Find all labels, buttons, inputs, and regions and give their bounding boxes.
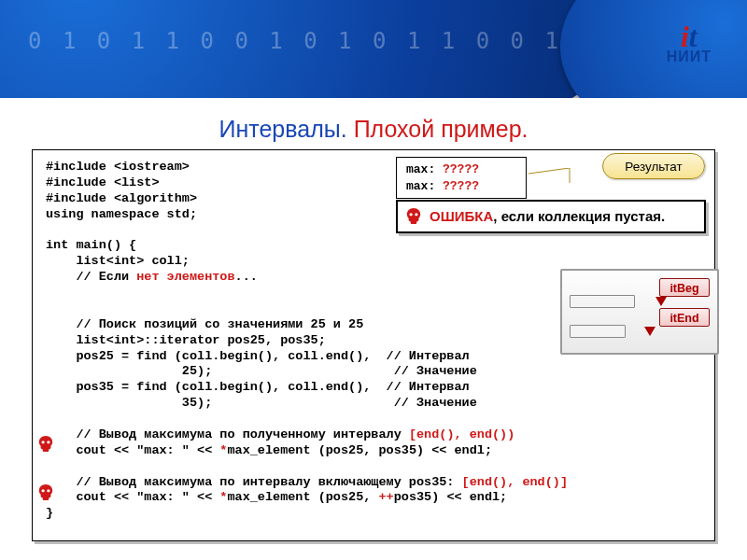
- result-callout: Результат: [602, 153, 705, 179]
- iter-pointer-beg: [655, 297, 667, 306]
- skull-icon: [37, 483, 54, 502]
- callout-pointer: [529, 168, 605, 185]
- iterator-diagram: itBeg itEnd: [560, 269, 719, 355]
- banner-binary-bg: 0 1 0 1 1 0 0 1 0 1 0 1 1 0 0 1 0 0 1: [0, 0, 616, 98]
- iter-label-beg: itBeg: [659, 278, 710, 297]
- top-banner: 0 1 0 1 1 0 0 1 0 1 0 1 1 0 0 1 0 0 1: [0, 0, 747, 98]
- result-output-box: max: ????? max: ?????: [396, 157, 527, 199]
- iter-pointer-end: [644, 327, 655, 336]
- logo-niit: НИИТ: [667, 49, 712, 65]
- skull-icon: [405, 207, 422, 226]
- title-part2: Плохой пример.: [354, 116, 529, 142]
- skull-icon: [37, 435, 54, 454]
- iter-mini-box-1: [570, 295, 635, 308]
- iter-mini-box-2: [570, 325, 626, 338]
- error-text: ОШИБКА, если коллекция пустая.: [430, 207, 665, 226]
- error-box: ОШИБКА, если коллекция пустая.: [396, 200, 706, 233]
- title-dot: .: [341, 116, 354, 142]
- logo-it: it: [667, 24, 712, 49]
- logo: it НИИТ: [667, 24, 712, 65]
- banner-right-arc: [560, 0, 747, 98]
- result-line-2: max: ?????: [406, 178, 516, 195]
- result-line-1: max: ?????: [406, 161, 516, 178]
- title-part1: Интервалы: [219, 116, 341, 142]
- iter-label-end: itEnd: [659, 308, 710, 327]
- slide-title: Интервалы. Плохой пример.: [0, 116, 747, 143]
